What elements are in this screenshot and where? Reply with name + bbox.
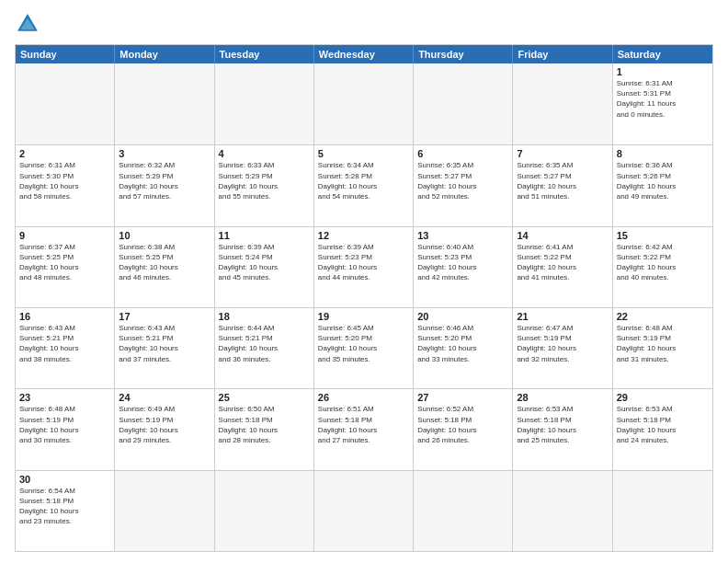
day-number: 28 xyxy=(517,392,608,403)
calendar-cell xyxy=(314,63,414,144)
day-info: Sunrise: 6:39 AM Sunset: 5:23 PM Dayligh… xyxy=(318,242,409,283)
calendar-cell: 18Sunrise: 6:44 AM Sunset: 5:21 PM Dayli… xyxy=(215,308,314,388)
calendar-cell: 2Sunrise: 6:31 AM Sunset: 5:30 PM Daylig… xyxy=(16,145,115,225)
weekday-header-wednesday: Wednesday xyxy=(314,45,414,63)
day-number: 17 xyxy=(119,311,210,322)
calendar-cell: 19Sunrise: 6:45 AM Sunset: 5:20 PM Dayli… xyxy=(314,308,414,388)
day-info: Sunrise: 6:48 AM Sunset: 5:19 PM Dayligh… xyxy=(19,404,110,445)
day-info: Sunrise: 6:49 AM Sunset: 5:19 PM Dayligh… xyxy=(119,404,210,445)
day-info: Sunrise: 6:46 AM Sunset: 5:20 PM Dayligh… xyxy=(417,323,508,364)
calendar-row-3: 16Sunrise: 6:43 AM Sunset: 5:21 PM Dayli… xyxy=(16,307,712,388)
day-number: 30 xyxy=(19,474,110,485)
calendar-cell: 6Sunrise: 6:35 AM Sunset: 5:27 PM Daylig… xyxy=(414,145,513,225)
calendar-cell xyxy=(115,471,214,551)
calendar-row-1: 2Sunrise: 6:31 AM Sunset: 5:30 PM Daylig… xyxy=(16,144,712,225)
day-number: 11 xyxy=(219,230,310,241)
calendar-cell xyxy=(215,63,314,144)
calendar-row-0: 1Sunrise: 6:31 AM Sunset: 5:31 PM Daylig… xyxy=(16,63,712,144)
calendar: SundayMondayTuesdayWednesdayThursdayFrid… xyxy=(15,44,713,552)
day-number: 27 xyxy=(417,392,508,403)
day-number: 1 xyxy=(617,66,709,77)
calendar-cell: 8Sunrise: 6:36 AM Sunset: 5:26 PM Daylig… xyxy=(613,145,712,225)
calendar-cell xyxy=(414,63,513,144)
weekday-header-tuesday: Tuesday xyxy=(215,45,314,63)
logo-icon xyxy=(15,11,40,37)
calendar-cell xyxy=(613,471,712,551)
day-number: 20 xyxy=(417,311,508,322)
day-number: 14 xyxy=(517,230,608,241)
calendar-row-4: 23Sunrise: 6:48 AM Sunset: 5:19 PM Dayli… xyxy=(16,388,712,469)
calendar-cell: 9Sunrise: 6:37 AM Sunset: 5:25 PM Daylig… xyxy=(16,227,115,307)
calendar-cell: 25Sunrise: 6:50 AM Sunset: 5:18 PM Dayli… xyxy=(215,389,314,469)
calendar-cell: 20Sunrise: 6:46 AM Sunset: 5:20 PM Dayli… xyxy=(414,308,513,388)
day-number: 21 xyxy=(517,311,608,322)
weekday-header-thursday: Thursday xyxy=(414,45,513,63)
day-number: 29 xyxy=(617,392,709,403)
logo xyxy=(15,11,44,37)
calendar-cell xyxy=(215,471,314,551)
calendar-cell: 28Sunrise: 6:53 AM Sunset: 5:18 PM Dayli… xyxy=(513,389,612,469)
calendar-cell: 22Sunrise: 6:48 AM Sunset: 5:19 PM Dayli… xyxy=(613,308,712,388)
calendar-cell: 30Sunrise: 6:54 AM Sunset: 5:18 PM Dayli… xyxy=(16,471,115,551)
weekday-header-saturday: Saturday xyxy=(613,45,712,63)
calendar-cell: 10Sunrise: 6:38 AM Sunset: 5:25 PM Dayli… xyxy=(115,227,214,307)
day-info: Sunrise: 6:32 AM Sunset: 5:29 PM Dayligh… xyxy=(119,160,210,201)
day-number: 23 xyxy=(19,392,110,403)
day-info: Sunrise: 6:48 AM Sunset: 5:19 PM Dayligh… xyxy=(617,323,709,364)
day-info: Sunrise: 6:34 AM Sunset: 5:28 PM Dayligh… xyxy=(318,160,409,201)
calendar-cell xyxy=(115,63,214,144)
calendar-cell: 5Sunrise: 6:34 AM Sunset: 5:28 PM Daylig… xyxy=(314,145,414,225)
day-number: 19 xyxy=(318,311,409,322)
calendar-cell xyxy=(513,63,612,144)
day-number: 2 xyxy=(19,148,110,159)
day-info: Sunrise: 6:53 AM Sunset: 5:18 PM Dayligh… xyxy=(617,404,709,445)
day-info: Sunrise: 6:42 AM Sunset: 5:22 PM Dayligh… xyxy=(617,242,709,283)
calendar-cell: 15Sunrise: 6:42 AM Sunset: 5:22 PM Dayli… xyxy=(613,227,712,307)
day-info: Sunrise: 6:41 AM Sunset: 5:22 PM Dayligh… xyxy=(517,242,608,283)
day-info: Sunrise: 6:54 AM Sunset: 5:18 PM Dayligh… xyxy=(19,486,110,527)
calendar-cell: 26Sunrise: 6:51 AM Sunset: 5:18 PM Dayli… xyxy=(314,389,414,469)
page: SundayMondayTuesdayWednesdayThursdayFrid… xyxy=(0,0,728,563)
day-number: 4 xyxy=(219,148,310,159)
calendar-cell: 23Sunrise: 6:48 AM Sunset: 5:19 PM Dayli… xyxy=(16,389,115,469)
day-number: 22 xyxy=(617,311,709,322)
calendar-cell: 13Sunrise: 6:40 AM Sunset: 5:23 PM Dayli… xyxy=(414,227,513,307)
day-number: 26 xyxy=(318,392,409,403)
calendar-cell xyxy=(513,471,612,551)
day-number: 5 xyxy=(318,148,409,159)
calendar-cell: 16Sunrise: 6:43 AM Sunset: 5:21 PM Dayli… xyxy=(16,308,115,388)
calendar-cell: 27Sunrise: 6:52 AM Sunset: 5:18 PM Dayli… xyxy=(414,389,513,469)
calendar-cell: 21Sunrise: 6:47 AM Sunset: 5:19 PM Dayli… xyxy=(513,308,612,388)
calendar-cell xyxy=(314,471,414,551)
calendar-cell: 7Sunrise: 6:35 AM Sunset: 5:27 PM Daylig… xyxy=(513,145,612,225)
day-info: Sunrise: 6:38 AM Sunset: 5:25 PM Dayligh… xyxy=(119,242,210,283)
day-number: 8 xyxy=(617,148,709,159)
day-info: Sunrise: 6:33 AM Sunset: 5:29 PM Dayligh… xyxy=(219,160,310,201)
day-number: 9 xyxy=(19,230,110,241)
calendar-cell: 29Sunrise: 6:53 AM Sunset: 5:18 PM Dayli… xyxy=(613,389,712,469)
day-number: 7 xyxy=(517,148,608,159)
calendar-cell xyxy=(414,471,513,551)
day-info: Sunrise: 6:36 AM Sunset: 5:26 PM Dayligh… xyxy=(617,160,709,201)
day-info: Sunrise: 6:43 AM Sunset: 5:21 PM Dayligh… xyxy=(19,323,110,364)
calendar-header: SundayMondayTuesdayWednesdayThursdayFrid… xyxy=(16,45,712,63)
header xyxy=(15,11,713,37)
day-number: 6 xyxy=(417,148,508,159)
day-number: 12 xyxy=(318,230,409,241)
day-number: 16 xyxy=(19,311,110,322)
day-number: 18 xyxy=(219,311,310,322)
day-info: Sunrise: 6:43 AM Sunset: 5:21 PM Dayligh… xyxy=(119,323,210,364)
calendar-cell: 24Sunrise: 6:49 AM Sunset: 5:19 PM Dayli… xyxy=(115,389,214,469)
calendar-cell: 3Sunrise: 6:32 AM Sunset: 5:29 PM Daylig… xyxy=(115,145,214,225)
calendar-row-5: 30Sunrise: 6:54 AM Sunset: 5:18 PM Dayli… xyxy=(16,470,712,551)
day-number: 13 xyxy=(417,230,508,241)
calendar-cell: 11Sunrise: 6:39 AM Sunset: 5:24 PM Dayli… xyxy=(215,227,314,307)
day-number: 15 xyxy=(617,230,709,241)
day-info: Sunrise: 6:47 AM Sunset: 5:19 PM Dayligh… xyxy=(517,323,608,364)
day-info: Sunrise: 6:39 AM Sunset: 5:24 PM Dayligh… xyxy=(219,242,310,283)
day-info: Sunrise: 6:31 AM Sunset: 5:30 PM Dayligh… xyxy=(19,160,110,201)
day-number: 24 xyxy=(119,392,210,403)
day-number: 25 xyxy=(219,392,310,403)
calendar-row-2: 9Sunrise: 6:37 AM Sunset: 5:25 PM Daylig… xyxy=(16,226,712,307)
weekday-header-friday: Friday xyxy=(513,45,612,63)
